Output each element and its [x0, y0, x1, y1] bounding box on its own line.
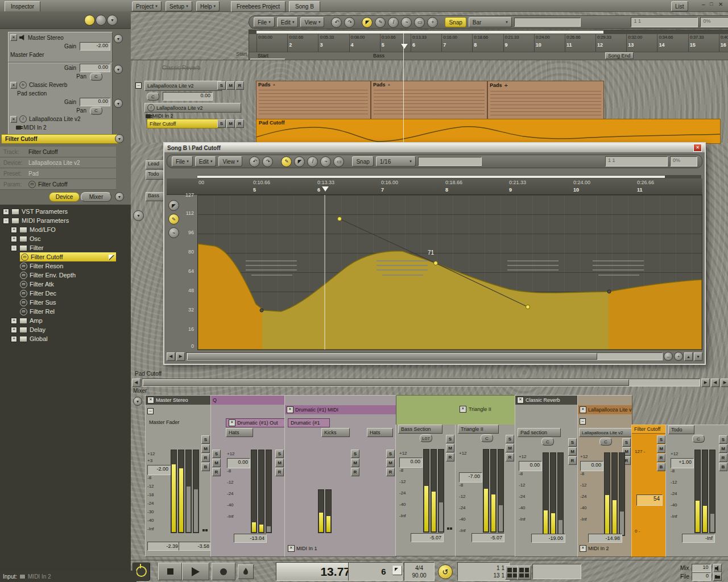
smr-button[interactable]: M — [446, 444, 454, 452]
locator-display[interactable]: 1 1 13 1 — [457, 562, 510, 581]
scroll-down-button[interactable]: ▼ — [694, 352, 702, 361]
smr-button[interactable]: M — [275, 459, 284, 467]
ruler-tick[interactable]: 0:34.66 14 — [657, 34, 688, 52]
track-pan-knob[interactable]: C — [147, 93, 159, 101]
strip-name-tab[interactable]: Hats — [367, 428, 393, 437]
ruler-tick[interactable]: 0:40.00 16 — [719, 34, 728, 52]
editor-loop-range[interactable] — [197, 176, 665, 178]
tree-item-filter-sus[interactable]: mFilter Sus — [0, 298, 131, 307]
automation-point[interactable] — [338, 217, 342, 221]
tree-item-filter-reson[interactable]: mFilter Reson — [0, 261, 131, 271]
strip-name-tab[interactable]: Lallapallooza Lite v2 — [579, 428, 636, 437]
gain-value[interactable]: -7.00 — [459, 472, 482, 483]
menu-help[interactable]: Help▾ — [196, 1, 220, 11]
tab-freebees-project[interactable]: Freebees Project — [231, 1, 286, 12]
tree-item-mod-lfo[interactable]: +Mod/LFO — [0, 225, 131, 234]
erase-tool-button[interactable]: ▭ — [414, 17, 425, 28]
expander-icon[interactable]: + — [11, 227, 17, 233]
gain-value[interactable]: 0.00 — [80, 64, 110, 72]
smr-button[interactable]: B — [201, 463, 210, 471]
smr-button[interactable]: M — [568, 447, 577, 456]
mixer-strip-todo[interactable]: Todo C SMRB +12 +1.00 -8-12-24-40-Inf -I… — [665, 425, 728, 557]
automation-point[interactable] — [607, 290, 611, 293]
strip-name-tab[interactable]: Hats — [226, 428, 253, 437]
menu-edit[interactable]: Edit▾ — [195, 156, 217, 167]
scroll-right-button[interactable]: ▶ — [701, 379, 710, 387]
select-tool-button[interactable]: ◤ — [362, 17, 373, 28]
device-tab[interactable]: ✕Drumatic (#1) Out — [226, 418, 288, 427]
strip-close-icon[interactable]: ✕ — [517, 397, 524, 404]
line-tool-button[interactable]: / — [307, 156, 318, 167]
curve-tool-button[interactable]: ~ — [168, 227, 179, 238]
editor-titlebar[interactable]: Song B \ Pad Cutoff ✕ — [164, 143, 705, 152]
snap-value-dropdown[interactable]: Bar▾ — [469, 17, 512, 27]
smr-button[interactable]: R — [235, 81, 244, 90]
strip-header[interactable]: ✕Lallapallooza Lite v2 — [578, 405, 632, 414]
smr-button[interactable]: S — [446, 435, 454, 443]
smr-button[interactable]: R — [719, 454, 727, 462]
smr-button[interactable]: S — [351, 450, 359, 458]
automation-canvas[interactable]: 71 — [197, 194, 702, 350]
gain-value[interactable]: 0.00 — [399, 458, 423, 468]
expander-icon[interactable]: + — [11, 336, 17, 342]
mixer-strip-pad-section[interactable]: ✕Classic Reverb Pad section C SMR +12 0.… — [515, 395, 578, 557]
curve-tool-button[interactable]: ~ — [320, 156, 331, 167]
scroll-left-button[interactable]: ◀ — [711, 379, 719, 387]
pencil-tool-button[interactable]: ✎ — [281, 156, 292, 167]
redo-button[interactable]: ↷ — [344, 17, 355, 28]
name-field[interactable] — [418, 157, 482, 166]
gain-value[interactable]: 0.00 — [580, 461, 603, 471]
smr-button[interactable]: R — [568, 456, 577, 465]
pencil-tool-button[interactable]: ✎ — [375, 17, 386, 28]
smr-button[interactable]: M — [657, 444, 665, 453]
stop-button[interactable] — [158, 563, 182, 580]
ruler-tick[interactable]: 0:24.00 10 — [534, 34, 565, 52]
ruler-tick[interactable]: 0:00.00 — [257, 34, 287, 52]
song-mode-button[interactable] — [517, 566, 531, 580]
tree-item-filter-env-depth[interactable]: mFilter Env. Depth — [0, 271, 131, 280]
gain-value[interactable]: +1.00 — [671, 458, 694, 468]
tree-item-vst-parameters[interactable]: +VST Parameters — [0, 207, 131, 216]
gain-value[interactable]: -2.00 — [80, 42, 110, 51]
device-tab[interactable]: Drumatic (#1 — [288, 418, 330, 427]
scroll-left-button[interactable]: ◀ — [167, 352, 175, 361]
track-gain[interactable]: 0.00 — [163, 92, 213, 101]
strip-header[interactable]: ✕Classic Reverb — [515, 396, 578, 405]
name-field[interactable] — [514, 18, 581, 27]
pan-knob[interactable]: C — [541, 438, 554, 446]
remove-icon[interactable]: ✕ — [10, 116, 17, 123]
ruler-tick[interactable]: 0:29.33 12 — [595, 34, 626, 52]
smr-button[interactable]: S — [386, 450, 395, 458]
automation-track-name-box[interactable]: Filter Cutoff — [147, 119, 222, 128]
strip-header[interactable]: Q — [211, 396, 285, 405]
smr-button[interactable]: R — [386, 468, 395, 476]
zoom-out-button[interactable]: – — [664, 352, 673, 361]
pan-knob[interactable]: C — [90, 73, 102, 81]
smr-button[interactable]: S — [506, 435, 514, 443]
track-collapse-button[interactable]: – — [135, 82, 142, 89]
strip-header[interactable]: ✕Master Stereo — [146, 396, 211, 405]
remove-icon[interactable]: ✕ — [10, 34, 17, 41]
menu-project[interactable]: Project▾ — [132, 1, 162, 11]
ruler-tick[interactable]: 0:02.66 2 — [287, 34, 318, 52]
ruler-tick[interactable]: 0:37.33 15 — [688, 34, 719, 52]
track-midi-input[interactable]: MIDI In 2 — [146, 113, 173, 119]
tree-item-midi-parameters[interactable]: -MIDI Parameters — [0, 216, 131, 225]
tree-item-global[interactable]: +Global — [0, 334, 131, 343]
marker-bass[interactable]: Bass — [373, 53, 384, 59]
checkbox-icon[interactable]: ✕ — [580, 545, 586, 552]
scroll-right-button[interactable]: ▶ — [721, 379, 728, 387]
strip-name-tab[interactable]: Bass Section — [398, 425, 442, 434]
strip-name-tab[interactable]: Triangle II — [458, 425, 499, 434]
maximize-icon[interactable]: □ — [710, 1, 713, 7]
strip-close-icon[interactable]: ✕ — [147, 397, 154, 404]
stereo-icon[interactable] — [447, 527, 452, 530]
gain-value[interactable]: 0.00 — [80, 98, 110, 106]
smr-button[interactable]: R — [657, 454, 665, 462]
tree-item-amp[interactable]: +Amp — [0, 316, 131, 325]
track-name[interactable]: Pad section — [17, 90, 47, 97]
close-icon[interactable]: ✕ — [229, 419, 235, 426]
expander-icon[interactable]: + — [11, 318, 17, 324]
color-palette-icon[interactable] — [96, 15, 106, 26]
smr-button[interactable]: B — [657, 463, 665, 471]
